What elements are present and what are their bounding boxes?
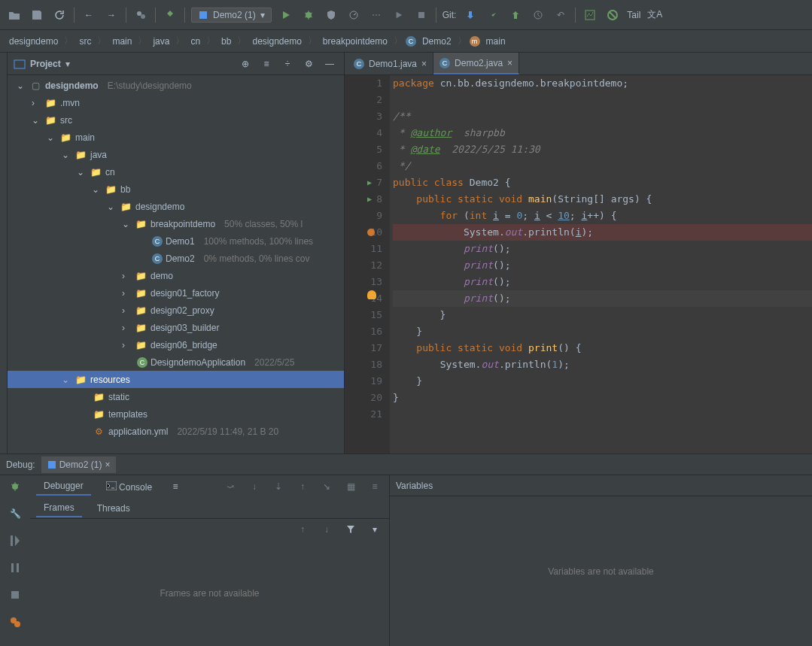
force-step-icon[interactable]: ⇣	[270, 478, 287, 495]
tree-demo1[interactable]: C Demo1 100% methods, 100% lines	[8, 232, 344, 250]
chevron-down-icon[interactable]: ⌄	[47, 132, 56, 143]
expand-all-icon[interactable]: ≡	[258, 56, 275, 72]
disable-icon[interactable]	[604, 7, 621, 23]
crumb-4[interactable]: cn	[187, 35, 203, 48]
breakpoint-icon[interactable]	[367, 229, 375, 236]
run-gutter-icon[interactable]: ▶	[367, 191, 372, 208]
back-icon[interactable]: ←	[81, 7, 97, 23]
run-to-cursor-icon[interactable]: ↘	[318, 478, 335, 495]
editor-tab-demo2[interactable]: C Demo2.java ×	[433, 53, 519, 74]
close-icon[interactable]: ×	[421, 59, 427, 69]
rollback-icon[interactable]: ↶	[552, 7, 569, 23]
profiler-icon[interactable]	[582, 7, 598, 23]
intention-bulb-icon[interactable]	[367, 290, 376, 299]
chevron-down-icon[interactable]: ⌄	[62, 375, 71, 385]
translate-icon[interactable]: 文A	[646, 7, 663, 23]
step-out-icon[interactable]: ↑	[294, 478, 311, 495]
chevron-down-icon[interactable]: ⌄	[122, 219, 131, 229]
crumb-8[interactable]: Demo2	[419, 35, 455, 48]
editor-content[interactable]: 1 2 3 4 5 6 ▶7 ▶8 9 10 11 12 13 14 15 16…	[345, 75, 812, 453]
tree-resources[interactable]: ⌄ 📁 resources	[8, 371, 344, 388]
pause-icon[interactable]	[7, 560, 23, 576]
save-icon[interactable]	[29, 7, 45, 23]
tree-design02[interactable]: › 📁 design02_proxy	[8, 302, 344, 319]
coverage-icon[interactable]	[323, 7, 339, 23]
reload-icon[interactable]	[51, 7, 68, 23]
chevron-down-icon[interactable]: ⌄	[77, 167, 86, 177]
dropdown-icon[interactable]: ▾	[65, 59, 70, 69]
crumb-3[interactable]: java	[150, 35, 172, 48]
build-icon[interactable]	[162, 7, 178, 23]
collapse-all-icon[interactable]: ÷	[279, 56, 296, 72]
close-icon[interactable]: ×	[105, 459, 110, 470]
more-icon[interactable]: ≡	[167, 478, 184, 495]
tree-root[interactable]: ⌄ ▢ designdemo E:\study\designdemo	[8, 77, 344, 94]
chevron-down-icon[interactable]: ⌄	[107, 202, 116, 212]
stop-icon[interactable]	[7, 587, 23, 603]
tree-main[interactable]: ⌄ 📁 main	[8, 129, 344, 146]
close-icon[interactable]: ×	[507, 58, 512, 68]
evaluate-icon[interactable]: ▦	[342, 478, 359, 495]
resume-icon[interactable]	[7, 532, 23, 549]
editor-tab-demo1[interactable]: C Demo1.java ×	[348, 53, 433, 74]
next-frame-icon[interactable]: ↓	[318, 521, 335, 538]
chevron-down-icon[interactable]: ⌄	[32, 115, 41, 126]
crumb-5[interactable]: bb	[218, 35, 234, 48]
git-push-icon[interactable]	[507, 7, 524, 23]
left-tool-strip[interactable]	[0, 53, 8, 453]
crumb-6[interactable]: designdemo	[249, 35, 304, 48]
debug-icon[interactable]	[300, 7, 317, 23]
threads-tab[interactable]: Threads	[90, 500, 138, 517]
stop-icon[interactable]	[413, 7, 430, 23]
tree-src[interactable]: ⌄ 📁 src	[8, 111, 344, 129]
run-icon[interactable]	[278, 7, 294, 23]
git-history-icon[interactable]	[530, 7, 546, 23]
forward-icon[interactable]: →	[103, 7, 120, 23]
run-config-selector[interactable]: Demo2 (1) ▾	[191, 8, 272, 23]
crumb-7[interactable]: breakpointdemo	[320, 35, 391, 48]
chevron-down-icon[interactable]: ⌄	[62, 150, 71, 160]
tree-demo2[interactable]: C Demo2 0% methods, 0% lines cov	[8, 250, 344, 267]
hide-icon[interactable]: —	[321, 56, 338, 72]
debugger-tab[interactable]: Debugger	[36, 478, 91, 496]
code-with-me-icon[interactable]	[132, 7, 149, 23]
tree-demo[interactable]: › 📁 demo	[8, 267, 344, 284]
chevron-right-icon[interactable]: ›	[122, 288, 131, 299]
attach-icon[interactable]: ⋯	[368, 7, 385, 23]
chevron-right-icon[interactable]: ›	[122, 305, 131, 316]
modify-icon[interactable]: 🔧	[7, 505, 23, 522]
console-tab[interactable]: Console	[99, 478, 160, 496]
gutter[interactable]: 1 2 3 4 5 6 ▶7 ▶8 9 10 11 12 13 14 15 16…	[345, 75, 390, 453]
tree-mvn[interactable]: › 📁 .mvn	[8, 94, 344, 111]
tree-designdemo[interactable]: ⌄ 📁 designdemo	[8, 198, 344, 215]
tree-app[interactable]: C DesigndemoApplication 2022/5/25	[8, 353, 344, 371]
crumb-2[interactable]: main	[109, 35, 135, 48]
tree-cn[interactable]: ⌄ 📁 cn	[8, 163, 344, 180]
step-over-icon[interactable]: ⤻	[222, 478, 239, 495]
chevron-right-icon[interactable]: ›	[122, 323, 131, 333]
run-gutter-icon[interactable]: ▶	[367, 174, 372, 191]
tree-design01[interactable]: › 📁 design01_factory	[8, 284, 344, 302]
filter-icon[interactable]	[342, 521, 359, 538]
tree-java[interactable]: ⌄ 📁 java	[8, 146, 344, 163]
project-tree[interactable]: ⌄ ▢ designdemo E:\study\designdemo › 📁 .…	[8, 75, 344, 453]
chevron-right-icon[interactable]: ›	[122, 271, 131, 281]
crumb-1[interactable]: src	[76, 35, 94, 48]
view-breakpoints-icon[interactable]	[7, 614, 23, 630]
chevron-right-icon[interactable]: ›	[122, 340, 131, 350]
settings-icon[interactable]: ⚙	[300, 56, 317, 72]
select-file-icon[interactable]: ⊕	[237, 56, 254, 72]
chevron-down-icon[interactable]: ⌄	[17, 80, 26, 91]
step-into-icon[interactable]: ↓	[246, 478, 263, 495]
chevron-right-icon[interactable]: ›	[32, 98, 41, 108]
tree-design03[interactable]: › 📁 design03_builder	[8, 319, 344, 336]
tree-breakpointdemo[interactable]: ⌄ 📁 breakpointdemo 50% classes, 50% l	[8, 215, 344, 232]
git-update-icon[interactable]	[462, 7, 479, 23]
tree-design06[interactable]: › 📁 design06_bridge	[8, 336, 344, 353]
dropdown-icon[interactable]: ▾	[366, 521, 383, 538]
tree-appyml[interactable]: ⚙ application.yml 2022/5/19 11:49, 21 B …	[8, 423, 344, 440]
frames-tab[interactable]: Frames	[36, 499, 82, 517]
rerun-icon[interactable]	[7, 478, 23, 495]
tree-bb[interactable]: ⌄ 📁 bb	[8, 180, 344, 198]
trace-icon[interactable]: ≡	[366, 478, 383, 495]
